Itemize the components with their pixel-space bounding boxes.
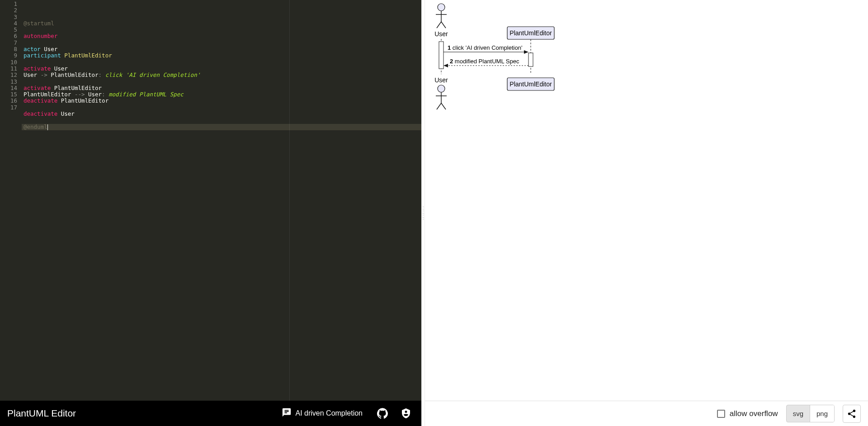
code-line[interactable]: @enduml bbox=[22, 124, 421, 130]
line-number: 3 bbox=[0, 14, 17, 20]
line-number: 13 bbox=[0, 79, 17, 85]
code-line[interactable]: deactivate User bbox=[22, 111, 421, 117]
svg-line-4 bbox=[441, 22, 446, 28]
text-cursor bbox=[47, 124, 48, 130]
splitter-grip-icon bbox=[422, 207, 424, 219]
line-number: 15 bbox=[0, 91, 17, 98]
actor-label-bottom: User bbox=[434, 76, 448, 84]
svg-line-17 bbox=[437, 103, 441, 109]
svg-line-3 bbox=[437, 22, 441, 28]
line-number: 11 bbox=[0, 66, 17, 72]
code-line[interactable] bbox=[22, 79, 421, 85]
message-1: 1 click 'AI driven Completion' bbox=[448, 44, 522, 51]
code-line[interactable]: @startuml bbox=[22, 20, 421, 27]
code-line[interactable]: autonumber bbox=[22, 33, 421, 39]
allow-overflow-label: allow overflow bbox=[730, 409, 778, 418]
code-line[interactable] bbox=[22, 117, 421, 123]
participant-bottom: PlantUmlEditor bbox=[507, 78, 554, 90]
preview-toolbar: allow overflow svg png bbox=[425, 401, 868, 426]
app-title: PlantUML Editor bbox=[7, 408, 270, 419]
allow-overflow-checkbox[interactable]: allow overflow bbox=[717, 409, 778, 418]
code-line[interactable]: User -> PlantUmlEditor: click 'AI driven… bbox=[22, 72, 421, 78]
svg-point-14 bbox=[438, 85, 445, 92]
line-number: 5 bbox=[0, 27, 17, 33]
ai-completion-button[interactable]: AI driven Completion bbox=[277, 405, 367, 422]
diagram-preview[interactable]: User PlantUmlEditor 1 click 'AI driven C… bbox=[425, 0, 868, 401]
actor-user-top: User bbox=[434, 4, 448, 38]
svg-rect-9 bbox=[528, 53, 533, 66]
editor-ruler bbox=[289, 0, 290, 401]
line-number: 9 bbox=[0, 52, 17, 59]
message-2: 2 modified PlantUML Spec bbox=[450, 58, 519, 65]
line-number: 16 bbox=[0, 98, 17, 104]
code-line[interactable] bbox=[22, 27, 421, 33]
line-number: 10 bbox=[0, 59, 17, 66]
github-link[interactable] bbox=[374, 405, 391, 421]
line-number: 12 bbox=[0, 72, 17, 78]
line-number-gutter: 1234567891011121314151617 bbox=[0, 0, 22, 401]
svg-point-0 bbox=[438, 4, 445, 11]
actor-label-top: User bbox=[434, 30, 448, 38]
sequence-diagram: User PlantUmlEditor 1 click 'AI driven C… bbox=[428, 2, 563, 115]
editor-pane: 1234567891011121314151617 @startumlauton… bbox=[0, 0, 421, 426]
participant-label-top: PlantUmlEditor bbox=[509, 29, 552, 37]
code-line[interactable]: participant PlantUmlEditor bbox=[22, 52, 421, 59]
checkbox-icon bbox=[717, 410, 725, 418]
code-line[interactable]: activate PlantUmlEditor bbox=[22, 85, 421, 91]
svg-marker-13 bbox=[443, 64, 448, 67]
preview-pane: User PlantUmlEditor 1 click 'AI driven C… bbox=[425, 0, 868, 426]
line-number: 17 bbox=[0, 104, 17, 111]
code-line[interactable]: PlantUmlEditor --> User: modified PlantU… bbox=[22, 91, 421, 98]
privacy-button[interactable] bbox=[398, 405, 414, 421]
code-line[interactable]: actor User bbox=[22, 46, 421, 52]
line-number: 14 bbox=[0, 85, 17, 91]
editor-toolbar: PlantUML Editor AI driven Completion bbox=[0, 401, 421, 426]
participant-label-bottom: PlantUmlEditor bbox=[509, 80, 552, 88]
line-number: 1 bbox=[0, 1, 17, 7]
actor-user-bottom: User bbox=[434, 76, 448, 109]
chat-icon bbox=[282, 407, 292, 419]
share-button[interactable] bbox=[843, 405, 861, 423]
code-editor[interactable]: 1234567891011121314151617 @startumlauton… bbox=[0, 0, 421, 401]
format-png-button[interactable]: png bbox=[810, 405, 834, 422]
share-icon bbox=[847, 409, 857, 419]
code-area[interactable]: @startumlautonumberactor Userparticipant… bbox=[22, 0, 421, 401]
line-number: 6 bbox=[0, 33, 17, 39]
code-line[interactable] bbox=[22, 104, 421, 111]
code-line[interactable] bbox=[22, 40, 421, 46]
format-toggle: svg png bbox=[786, 405, 835, 422]
line-number: 4 bbox=[0, 20, 17, 27]
ai-completion-label: AI driven Completion bbox=[295, 409, 363, 417]
code-line[interactable]: activate User bbox=[22, 66, 421, 72]
pane-splitter[interactable] bbox=[421, 0, 425, 426]
code-line[interactable]: deactivate PlantUmlEditor bbox=[22, 98, 421, 104]
code-line[interactable] bbox=[22, 59, 421, 66]
svg-line-18 bbox=[441, 103, 446, 109]
participant-top: PlantUmlEditor bbox=[507, 27, 554, 39]
format-svg-button[interactable]: svg bbox=[787, 405, 810, 422]
line-number: 8 bbox=[0, 46, 17, 52]
line-number: 2 bbox=[0, 7, 17, 14]
svg-marker-11 bbox=[524, 50, 528, 54]
line-number: 7 bbox=[0, 40, 17, 46]
svg-rect-8 bbox=[439, 42, 443, 69]
